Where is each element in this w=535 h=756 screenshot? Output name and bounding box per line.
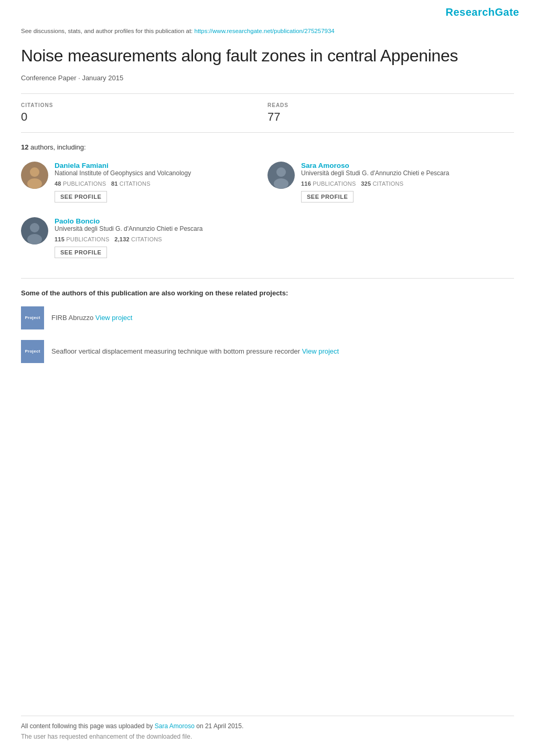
stats-row: CITATIONS 0 READS 77 — [21, 102, 514, 133]
author-avatar-3 — [21, 217, 48, 244]
project-item-2: Project Seafloor vertical displacement m… — [21, 340, 514, 363]
project-text-2: Seafloor vertical displacement measuring… — [51, 347, 339, 355]
project-thumbnail-1: Project — [21, 306, 44, 329]
see-profile-button-3[interactable]: SEE PROFILE — [55, 247, 107, 258]
author-card-2: Sara Amoroso Università degli Studi G. d… — [268, 162, 514, 203]
author-name-1[interactable]: Daniela Famiani — [55, 162, 109, 169]
author-stats-3: 115 PUBLICATIONS 2,132 CITATIONS — [55, 236, 252, 242]
authors-grid: Daniela Famiani National Institute of Ge… — [21, 162, 514, 272]
authors-header: 12 authors, including: — [21, 143, 514, 151]
project-link-1[interactable]: View project — [95, 314, 133, 322]
svg-point-4 — [276, 167, 286, 177]
author-institution-1: National Institute of Geophysics and Vol… — [55, 169, 252, 178]
footer-area: All content following this page was uplo… — [21, 716, 514, 740]
project-item-1: Project FIRB Abruzzo View project — [21, 306, 514, 329]
svg-point-2 — [27, 178, 42, 189]
project-link-2[interactable]: View project — [302, 347, 339, 355]
publication-url-link[interactable]: https://www.researchgate.net/publication… — [195, 28, 335, 34]
citations-label: CITATIONS — [21, 102, 268, 108]
see-discussions-text: See discussions, stats, and author profi… — [21, 28, 514, 34]
author-info-1: Daniela Famiani National Institute of Ge… — [55, 162, 252, 203]
paper-type: Conference Paper · January 2015 — [21, 74, 514, 82]
svg-point-7 — [30, 223, 39, 232]
project-thumbnail-2: Project — [21, 340, 44, 363]
svg-point-1 — [30, 167, 39, 177]
reads-block: READS 77 — [268, 102, 514, 124]
author-name-2[interactable]: Sara Amoroso — [301, 162, 349, 169]
footer-uploader-link[interactable]: Sara Amoroso — [155, 722, 195, 730]
author-card-3: Paolo Boncio Università degli Studi G. d… — [21, 217, 268, 258]
author-name-3[interactable]: Paolo Boncio — [55, 217, 100, 225]
reads-label: READS — [268, 102, 514, 108]
citations-value: 0 — [21, 110, 268, 124]
author-info-2: Sara Amoroso Università degli Studi G. d… — [301, 162, 498, 203]
reads-value: 77 — [268, 110, 514, 124]
author-avatar-1 — [21, 162, 48, 189]
see-profile-button-1[interactable]: SEE PROFILE — [55, 191, 107, 203]
citations-block: CITATIONS 0 — [21, 102, 268, 124]
related-projects-header: Some of the authors of this publication … — [21, 289, 514, 297]
svg-point-5 — [274, 178, 288, 189]
footer-note: The user has requested enhancement of th… — [21, 733, 514, 740]
author-card-1: Daniela Famiani National Institute of Ge… — [21, 162, 268, 203]
author-institution-3: Università degli Studi G. d'Annunzio Chi… — [55, 225, 252, 233]
project-text-1: FIRB Abruzzo View project — [51, 314, 132, 322]
divider — [21, 93, 514, 94]
author-stats-1: 48 PUBLICATIONS 81 CITATIONS — [55, 180, 252, 187]
footer-upload-text: All content following this page was uplo… — [21, 722, 514, 730]
author-avatar-2 — [268, 162, 295, 189]
author-stats-2: 116 PUBLICATIONS 325 CITATIONS — [301, 180, 498, 187]
related-projects-section: Some of the authors of this publication … — [21, 278, 514, 363]
author-info-3: Paolo Boncio Università degli Studi G. d… — [55, 217, 252, 258]
svg-point-8 — [27, 234, 42, 244]
author-institution-2: Università degli Studi G. d'Annunzio Chi… — [301, 169, 498, 178]
paper-title: Noise measurements along fault zones in … — [21, 46, 514, 66]
see-profile-button-2[interactable]: SEE PROFILE — [301, 191, 354, 203]
researchgate-logo: ResearchGate — [445, 6, 519, 18]
